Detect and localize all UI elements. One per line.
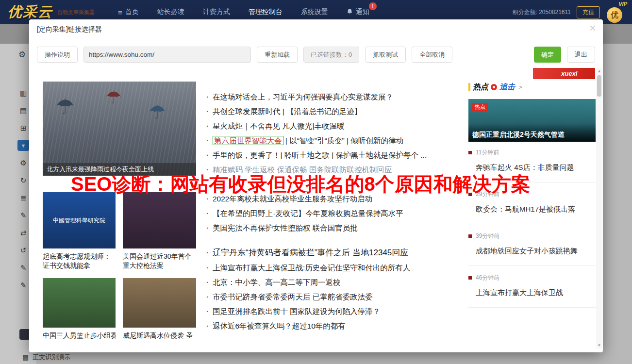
- link-selector-dialog: [定向采集]链接选择器 × 操作说明 重新加载 已选链接数：0 抓取测试 全部取…: [29, 19, 603, 352]
- app-logo[interactable]: 优采云 自动文章采集器: [8, 2, 103, 22]
- news-item-text: 手里的饭，更香了！| 聆听土地之歌 | 保护黑土地就是保护每个 ...: [213, 151, 427, 159]
- exit-button[interactable]: 退出: [567, 47, 595, 63]
- bullet-icon: ·: [206, 209, 213, 218]
- hot-main-headline[interactable]: 德国正重启北溪2号天然气管道: [468, 124, 596, 142]
- nav-item-home[interactable]: ≡首页: [118, 8, 139, 17]
- content-scrollbar[interactable]: ▲ ▼: [596, 68, 602, 348]
- target-icon: [491, 84, 497, 90]
- news-item-text: 上海宣布打赢大上海保卫战:历史会记住坚守和付出的所有人: [213, 264, 410, 272]
- news-item[interactable]: ·市委书记跻身省委常委两天后 已掌舵省委政法委: [206, 292, 445, 302]
- news-item[interactable]: ·星火成炬｜不舍再见 凡人微光|丰收温暖: [206, 121, 445, 131]
- reload-button[interactable]: 重新加载: [257, 47, 298, 63]
- image-text: 中國管理科學研究院: [47, 216, 111, 225]
- hot-badge: 热点: [472, 103, 488, 111]
- square-bullet-icon: [468, 234, 472, 238]
- hot-item-title[interactable]: 上海宣布打赢大上海保卫战: [476, 288, 596, 298]
- nav-item-label: 系统设置: [301, 8, 328, 17]
- news-card-caption[interactable]: 起底高考志愿规划师：证书交钱就能拿: [43, 252, 116, 270]
- recharge-button[interactable]: 充值: [577, 6, 600, 18]
- news-card[interactable]: 威尼斯遇高水位侵袭 圣: [123, 278, 196, 340]
- selected-links-count: 已选链接数：0: [303, 47, 359, 63]
- bullet-icon: ·: [206, 121, 213, 131]
- news-item[interactable]: ·美国宪法不再保护女性堕胎权 联合国官员批: [206, 223, 445, 233]
- hot-main-image[interactable]: 热点 德国正重启北溪2号天然气管道: [468, 99, 596, 142]
- umbrella-icon: ☂: [106, 87, 121, 108]
- bullet-icon: ·: [206, 92, 213, 102]
- nav-item-notifications[interactable]: 通知1: [347, 8, 369, 17]
- nav-item-console[interactable]: 管理控制台: [249, 8, 283, 17]
- news-item-text: 【在希望的田野上·麦收记】今年夏粮收购总量保持高水平: [213, 209, 403, 217]
- promo-banner[interactable]: xuexi: [533, 68, 595, 79]
- news-card-caption[interactable]: 美国会通过近30年首个重大控枪法案: [123, 252, 196, 270]
- news-card[interactable]: 中国三人男篮止步小组赛: [43, 278, 116, 340]
- news-item[interactable]: ·退休近6年被查算久吗？超过10年的都有: [206, 321, 445, 331]
- news-item-text: 星火成炬｜不舍再见 凡人微光|丰收温暖: [213, 122, 345, 130]
- news-item-text: 共创全球发展新时代 | 【沿着总书记的足迹】: [213, 107, 362, 116]
- chase-label: 追击: [499, 82, 515, 92]
- nav-item-settings[interactable]: 系统设置: [301, 8, 328, 17]
- confirm-button[interactable]: 确定: [534, 47, 561, 63]
- news-item-text: 北京：中小学、高一高二等下周一返校: [213, 278, 341, 286]
- square-bullet-icon: [468, 151, 472, 154]
- help-button[interactable]: 操作说明: [37, 47, 78, 63]
- vip-label: VIP: [618, 1, 627, 7]
- nav-item-label: 管理控制台: [249, 8, 283, 17]
- hot-item-time: 39分钟前: [476, 232, 499, 240]
- bullet-icon: ·: [206, 263, 213, 273]
- scrollbar-thumb[interactable]: [597, 75, 601, 97]
- sohu-page-frame: xuexi ☂ ☂ ☂ 北方入汛来最强降雨过程今夜全面上线 中國管理科學研究院起…: [37, 68, 596, 348]
- news-item[interactable]: ·【在希望的田野上·麦收记】今年夏粮收购总量保持高水平: [206, 209, 445, 218]
- news-item[interactable]: ·手里的饭，更香了！| 聆听土地之歌 | 保护黑土地就是保护每个 ...: [206, 150, 445, 160]
- news-card-caption[interactable]: 中国三人男篮止步小组赛: [43, 331, 116, 340]
- bullet-icon: ·: [206, 292, 213, 302]
- square-bullet-icon: [468, 276, 472, 280]
- nav-item-billing[interactable]: 计费方式: [203, 8, 230, 17]
- grab-test-button[interactable]: 抓取测试: [365, 47, 406, 63]
- nav-item-label: 首页: [125, 8, 139, 17]
- news-item[interactable]: ·上海宣布打赢大上海保卫战:历史会记住坚守和付出的所有人: [206, 263, 445, 273]
- news-item[interactable]: ·在这场对话会上，习近平为何强调要真心实意谋发展？: [206, 92, 445, 102]
- nav-item-label: 站长必读: [157, 8, 184, 17]
- hot-item-title[interactable]: 欧委会：马航MH17是被俄击落: [476, 205, 596, 214]
- bullet-icon: ·: [206, 307, 213, 316]
- news-card[interactable]: 中國管理科學研究院起底高考志愿规划师：证书交钱就能拿: [43, 192, 116, 270]
- main-news-photo[interactable]: ☂ ☂ ☂ 北方入汛来最强降雨过程今夜全面上线: [43, 82, 196, 176]
- vip-logo-icon: 优: [607, 7, 622, 23]
- nav-item-label: 计费方式: [203, 8, 230, 17]
- vip-badge[interactable]: VIP 优: [606, 0, 626, 24]
- news-item[interactable]: ·共创全球发展新时代 | 【沿着总书记的足迹】: [206, 107, 445, 116]
- nav-menu: ≡首页站长必读计费方式管理控制台系统设置通知1: [118, 8, 369, 17]
- bullet-icon: ·: [206, 136, 213, 146]
- bullet-icon: ·: [206, 150, 213, 160]
- umbrella-icon: ☂: [55, 94, 74, 119]
- news-item[interactable]: ·辽宁丹东“持黄码者看病被拦”事件之后 当地12345回应: [206, 248, 445, 258]
- bell-icon: [347, 8, 353, 17]
- news-card-image: [123, 192, 196, 248]
- news-item[interactable]: ·北京：中小学、高一高二等下周一返校: [206, 278, 445, 287]
- news-item-text: 辽宁丹东“持黄码者看病被拦”事件之后 当地12345回应: [213, 248, 408, 257]
- news-item-text: 在这场对话会上，习近平为何强调要真心实意谋发展？: [213, 93, 393, 101]
- news-item-text: | 以“智变”引“质变” | 倾听创新的律动: [283, 136, 403, 145]
- news-item[interactable]: ·国足亚洲排名跌出前十 国家队建设为何陷入停滞？: [206, 307, 445, 316]
- close-icon[interactable]: ×: [589, 22, 596, 34]
- logo-text: 优采云: [8, 2, 53, 22]
- nav-item-webmaster-guide[interactable]: 站长必读: [157, 8, 184, 17]
- cancel-all-button[interactable]: 全部取消: [412, 47, 452, 63]
- bullet-icon: ·: [206, 321, 213, 331]
- scroll-up-icon[interactable]: ▲: [596, 68, 602, 74]
- yellow-bar-icon: [468, 83, 470, 91]
- hot-item-title[interactable]: 成都地铁回应女子对小孩跳艳舞: [476, 247, 596, 256]
- news-card[interactable]: 美国会通过近30年首个重大控枪法案: [123, 192, 196, 270]
- hot-item-time: 46分钟前: [476, 274, 499, 282]
- nav-item-label: 通知: [356, 8, 369, 17]
- news-item-text: 国足亚洲排名跌出前十 国家队建设为何陷入停滞？: [213, 307, 380, 315]
- news-card-caption[interactable]: 威尼斯遇高水位侵袭 圣: [123, 331, 196, 340]
- hot-pursuit-header[interactable]: 热点 追击 >: [468, 83, 596, 91]
- hamburger-icon: ≡: [118, 8, 122, 17]
- news-column: ·在这场对话会上，习近平为何强调要真心实意谋发展？·共创全球发展新时代 | 【沿…: [206, 92, 445, 336]
- hot-item-time: 11分钟前: [476, 149, 499, 157]
- scroll-down-icon[interactable]: ▼: [596, 342, 602, 348]
- url-input[interactable]: [83, 47, 251, 63]
- selected-link-highlight[interactable]: 第六届世界智能大会: [213, 136, 283, 145]
- news-item[interactable]: ·第六届世界智能大会 | 以“智变”引“质变” | 倾听创新的律动: [206, 136, 445, 146]
